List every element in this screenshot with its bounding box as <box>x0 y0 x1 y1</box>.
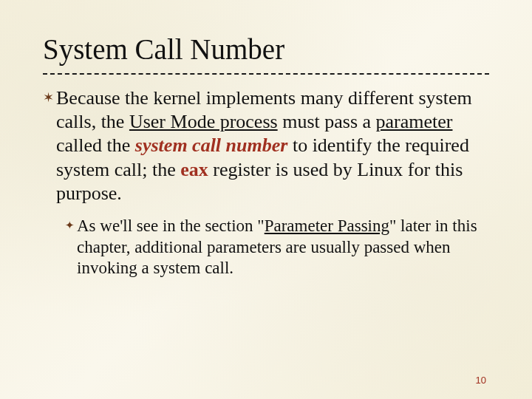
main-bold: eax <box>180 159 208 180</box>
main-underline-1: User Mode process <box>129 111 278 132</box>
sub-seg-1: As we'll see in the section " <box>77 216 265 235</box>
slide-title: System Call Number <box>43 33 489 66</box>
leaf-sub-bullet-icon: ✦ <box>65 216 77 235</box>
main-underline-2: parameter <box>376 111 453 132</box>
page-number: 10 <box>476 375 486 386</box>
leaf-bullet-icon: ✶ <box>43 86 56 109</box>
main-bullet-item: ✶ Because the kernel implements many dif… <box>43 86 489 205</box>
sub-underline-1: Parameter Passing <box>265 216 389 235</box>
main-bullet-text: Because the kernel implements many diffe… <box>56 86 489 205</box>
main-emphasis: system call number <box>135 134 288 156</box>
main-seg-3: called the <box>56 134 135 156</box>
sub-bullet-text: As we'll see in the section "Parameter P… <box>77 216 489 279</box>
main-seg-2: must pass a <box>278 111 376 132</box>
title-divider <box>43 73 489 75</box>
sub-bullet-item: ✦ As we'll see in the section "Parameter… <box>65 216 489 279</box>
